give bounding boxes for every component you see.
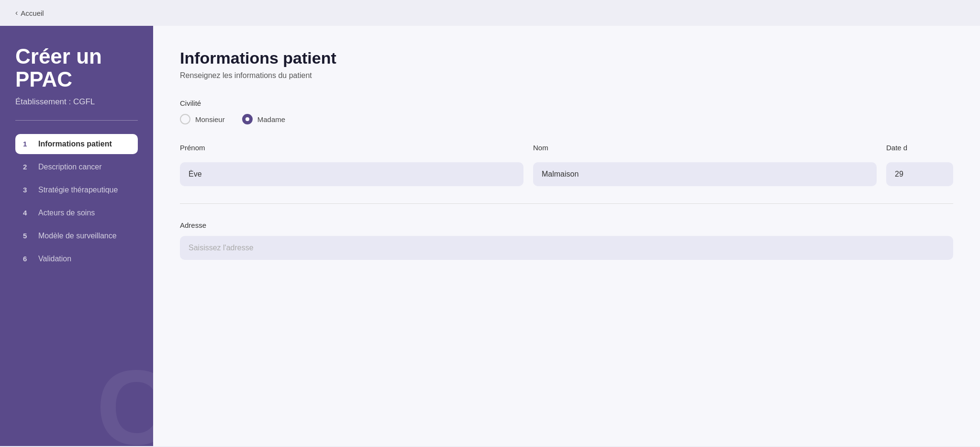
form-divider <box>180 203 953 204</box>
nav-label-2: Description cancer <box>38 163 102 171</box>
page-title: Informations patient <box>180 49 953 67</box>
civilite-section: Civilité Monsieur Madame <box>180 99 953 124</box>
sidebar-subtitle: Établissement : CGFL <box>15 97 138 107</box>
nom-group: Nom <box>533 144 877 186</box>
nav-number-2: 2 <box>23 163 32 171</box>
madame-label: Madame <box>257 115 285 123</box>
adresse-section: Adresse <box>180 221 953 260</box>
sidebar-item-1[interactable]: 1 Informations patient <box>15 134 138 154</box>
madame-option[interactable]: Madame <box>242 114 285 124</box>
nav-number-4: 4 <box>23 209 32 217</box>
nom-label: Nom <box>533 144 877 152</box>
nom-input[interactable] <box>533 162 877 186</box>
adresse-input[interactable] <box>180 236 953 260</box>
date-group: Date d <box>886 144 953 186</box>
prenom-label: Prénom <box>180 144 523 152</box>
nav-number-1: 1 <box>23 140 32 148</box>
civilite-radio-group: Monsieur Madame <box>180 114 953 124</box>
nav-label-1: Informations patient <box>38 140 112 148</box>
sidebar-divider <box>15 120 138 121</box>
date-input[interactable] <box>886 162 953 186</box>
civilite-label: Civilité <box>180 99 953 107</box>
nav-label-4: Acteurs de soins <box>38 209 95 217</box>
monsieur-radio[interactable] <box>180 114 190 124</box>
back-arrow-icon: ‹ <box>15 9 18 17</box>
sidebar-item-3[interactable]: 3 Stratégie thérapeutique <box>15 180 138 200</box>
page-subtitle: Renseignez les informations du patient <box>180 71 953 80</box>
nav-number-6: 6 <box>23 255 32 263</box>
prenom-group: Prénom <box>180 144 523 186</box>
nav-label-5: Modèle de surveillance <box>38 232 117 240</box>
monsieur-label: Monsieur <box>195 115 225 123</box>
back-label: Accueil <box>21 9 44 17</box>
sidebar-item-5[interactable]: 5 Modèle de surveillance <box>15 226 138 246</box>
monsieur-option[interactable]: Monsieur <box>180 114 225 124</box>
nav-label-6: Validation <box>38 255 71 263</box>
date-label: Date d <box>886 144 953 152</box>
main-content: Informations patient Renseignez les info… <box>153 26 980 446</box>
sidebar-item-2[interactable]: 2 Description cancer <box>15 157 138 177</box>
back-button[interactable]: ‹ Accueil <box>15 9 44 17</box>
adresse-label: Adresse <box>180 221 953 229</box>
nav-label-3: Stratégie thérapeutique <box>38 186 118 194</box>
sidebar-item-6[interactable]: 6 Validation <box>15 249 138 269</box>
madame-radio[interactable] <box>242 114 253 124</box>
name-fields-row: Prénom Nom Date d <box>180 144 953 186</box>
sidebar-watermark: C <box>96 355 153 446</box>
nav-number-3: 3 <box>23 186 32 194</box>
sidebar-nav: 1 Informations patient 2 Description can… <box>15 134 138 269</box>
sidebar-item-4[interactable]: 4 Acteurs de soins <box>15 203 138 223</box>
nav-number-5: 5 <box>23 232 32 240</box>
prenom-input[interactable] <box>180 162 523 186</box>
sidebar: Créer un PPAC Établissement : CGFL 1 Inf… <box>0 26 153 446</box>
sidebar-title: Créer un PPAC <box>15 45 138 91</box>
